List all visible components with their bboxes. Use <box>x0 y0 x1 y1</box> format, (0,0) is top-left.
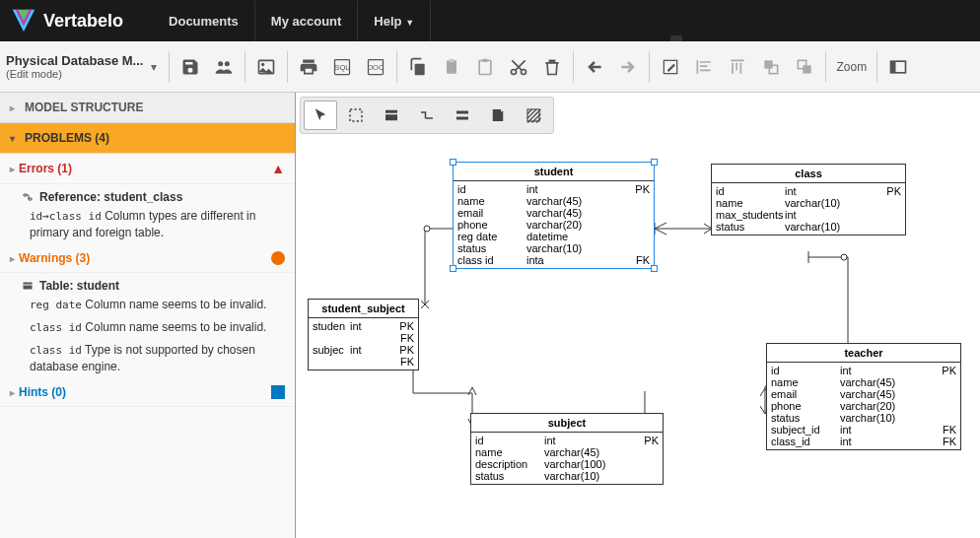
svg-rect-14 <box>480 60 492 74</box>
send-back-button[interactable] <box>788 50 821 84</box>
diagram-canvas[interactable]: student idintPKnamevarchar(45)emailvarch… <box>296 93 980 538</box>
column-row[interactable]: namevarchar(45) <box>771 376 956 388</box>
entity-columns: idintPKnamevarchar(45)emailvarchar(45)ph… <box>767 363 960 449</box>
entity-columns: idintPKnamevarchar(45)descriptionvarchar… <box>471 433 663 484</box>
col-type: varchar(45) <box>840 388 935 400</box>
svg-point-6 <box>261 62 264 65</box>
entity-student[interactable]: student idintPKnamevarchar(45)emailvarch… <box>453 162 655 269</box>
col-type: inta <box>526 254 628 266</box>
problems-header[interactable]: ▾PROBLEMS (4) <box>0 123 295 154</box>
scissors-icon <box>509 57 528 77</box>
column-row[interactable]: idintPK <box>475 435 659 446</box>
nav-documents[interactable]: Documents <box>153 1 255 41</box>
column-row[interactable]: namevarchar(45) <box>475 446 659 458</box>
column-row[interactable]: emailvarchar(45) <box>771 388 956 400</box>
warning-item[interactable]: class id Column name seems to be invalid… <box>0 317 295 340</box>
sql-export-button[interactable]: SQL <box>325 50 359 84</box>
column-row[interactable]: idintPK <box>716 185 901 197</box>
column-row[interactable]: class idintaFK <box>457 254 650 266</box>
save-button[interactable] <box>174 50 207 84</box>
arrow-right-icon <box>618 57 638 77</box>
resize-handle[interactable] <box>450 159 456 166</box>
error-reference-title[interactable]: Reference: student_class <box>0 184 295 206</box>
col-name: class id <box>457 254 526 266</box>
column-row[interactable]: subjecintPK FK <box>313 344 414 368</box>
edit-button[interactable] <box>654 50 687 84</box>
separator <box>287 51 288 83</box>
panel-toggle-button[interactable] <box>881 50 915 84</box>
col-type: int <box>840 424 935 436</box>
zoom-button[interactable]: Zoom <box>830 60 873 74</box>
column-row[interactable]: statusvarchar(10) <box>716 221 901 233</box>
model-structure-header[interactable]: ▸MODEL STRUCTURE <box>0 93 295 123</box>
warnings-section[interactable]: ▸Warnings (3) <box>0 244 295 273</box>
warning-table-title[interactable]: Table: student <box>0 273 295 295</box>
col-key <box>879 221 901 233</box>
resize-handle[interactable] <box>450 265 456 272</box>
resize-handle[interactable] <box>651 265 658 272</box>
align-top-button[interactable] <box>721 50 754 84</box>
col-key: PK <box>637 435 659 446</box>
warning-item[interactable]: reg date Column name seems to be invalid… <box>0 295 295 317</box>
nav-account[interactable]: My account <box>255 1 359 41</box>
chevron-down-icon: ▼ <box>405 18 414 28</box>
align-left-button[interactable] <box>687 50 721 84</box>
error-item[interactable]: id→class id Column types are different i… <box>0 206 295 244</box>
logo[interactable]: Vertabelo <box>10 7 123 34</box>
separator <box>396 51 397 83</box>
column-row[interactable]: namevarchar(45) <box>457 195 650 207</box>
column-row[interactable]: namevarchar(10) <box>716 197 901 209</box>
redo-button[interactable] <box>611 50 645 84</box>
bring-front-button[interactable] <box>754 50 788 84</box>
entity-subject[interactable]: subject idintPKnamevarchar(45)descriptio… <box>470 413 664 485</box>
warning-item[interactable]: class id Type is not supported by chosen… <box>0 340 295 378</box>
column-row[interactable]: phonevarchar(20) <box>457 219 650 231</box>
align-top-icon <box>728 57 747 77</box>
errors-section[interactable]: ▸Errors (1)▲ <box>0 154 295 184</box>
entity-class[interactable]: class idintPKnamevarchar(10)max_students… <box>711 164 906 235</box>
column-row[interactable]: statusvarchar(10) <box>475 470 659 482</box>
entity-columns: studenintPK FKsubjecintPK FK <box>309 318 418 370</box>
entity-title: student_subject <box>309 300 418 318</box>
col-name: class_id <box>771 436 840 447</box>
column-row[interactable]: reg datedatetime <box>457 231 650 242</box>
column-row[interactable]: studenintPK FK <box>313 320 414 344</box>
entity-title: student <box>454 163 654 181</box>
col-name: status <box>457 242 526 254</box>
svg-point-33 <box>841 254 847 260</box>
column-row[interactable]: class_idintFK <box>771 436 956 447</box>
col-name: max_students <box>716 209 785 221</box>
col-name: status <box>475 470 544 482</box>
clipboard-button[interactable] <box>468 50 502 84</box>
entity-teacher[interactable]: teacher idintPKnamevarchar(45)emailvarch… <box>766 343 961 450</box>
sidebar: ▸MODEL STRUCTURE ▾PROBLEMS (4) ▸Errors (… <box>0 93 296 538</box>
nav-help[interactable]: Help ▼ <box>358 1 431 41</box>
paste-button[interactable] <box>435 50 468 84</box>
column-row[interactable]: phonevarchar(20) <box>771 400 956 412</box>
col-type: int <box>840 436 935 447</box>
image-export-button[interactable] <box>249 50 283 84</box>
hints-section[interactable]: ▸Hints (0) <box>0 378 295 407</box>
resize-handle[interactable] <box>651 159 658 166</box>
column-row[interactable]: statusvarchar(10) <box>457 242 650 254</box>
delete-button[interactable] <box>535 50 569 84</box>
column-row[interactable]: emailvarchar(45) <box>457 207 650 219</box>
column-row[interactable]: max_studentsint <box>716 209 901 221</box>
col-name: phone <box>457 219 526 231</box>
undo-button[interactable] <box>578 50 611 84</box>
entity-title: class <box>712 165 905 183</box>
column-row[interactable]: idintPK <box>771 365 956 376</box>
entity-student-subject[interactable]: student_subject studenintPK FKsubjecintP… <box>308 299 419 370</box>
cut-button[interactable] <box>502 50 535 84</box>
document-title-area[interactable]: Physical Database M... (Edit mode) <box>6 53 147 80</box>
doc-export-button[interactable]: DOC <box>359 50 392 84</box>
column-row[interactable]: statusvarchar(10) <box>771 412 956 424</box>
separator <box>169 51 170 83</box>
column-row[interactable]: idintPK <box>457 183 650 195</box>
column-row[interactable]: subject_idintFK <box>771 424 956 436</box>
column-row[interactable]: descriptionvarchar(100) <box>475 458 659 470</box>
copy-button[interactable] <box>401 50 435 84</box>
print-button[interactable] <box>292 50 325 84</box>
share-button[interactable] <box>207 50 241 84</box>
caret-down-icon[interactable]: ▾ <box>151 60 157 74</box>
